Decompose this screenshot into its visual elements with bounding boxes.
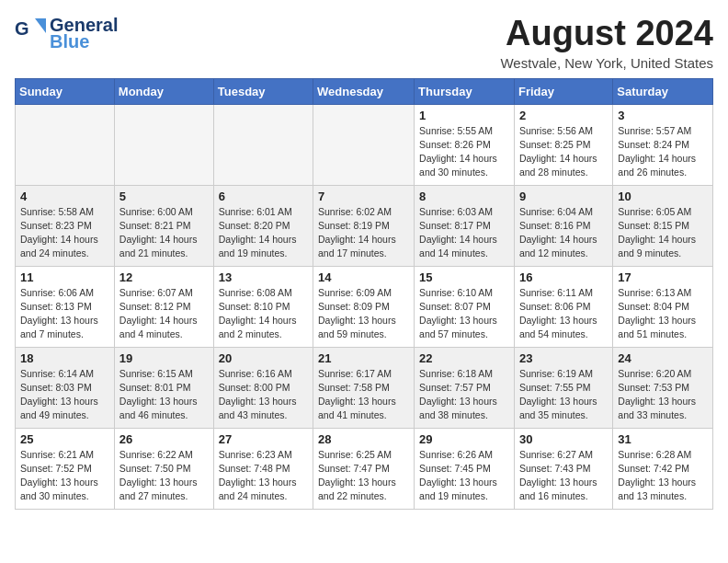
month-title: August 2024 (500, 15, 713, 53)
day-info: Sunrise: 6:07 AMSunset: 8:12 PMDaylight:… (119, 286, 209, 342)
day-info: Sunrise: 6:06 AMSunset: 8:13 PMDaylight:… (20, 286, 109, 342)
calendar-cell: 27Sunrise: 6:23 AMSunset: 7:48 PMDayligh… (213, 428, 313, 509)
day-info: Sunrise: 6:17 AMSunset: 7:58 PMDaylight:… (318, 367, 409, 423)
day-info: Sunrise: 6:02 AMSunset: 8:19 PMDaylight:… (318, 205, 409, 261)
location-title: Westvale, New York, United States (500, 55, 713, 71)
day-info: Sunrise: 6:00 AMSunset: 8:21 PMDaylight:… (119, 205, 209, 261)
day-info: Sunrise: 6:03 AMSunset: 8:17 PMDaylight:… (419, 205, 509, 261)
day-number: 16 (519, 270, 608, 284)
day-info: Sunrise: 6:05 AMSunset: 8:15 PMDaylight:… (618, 205, 708, 261)
calendar-header-row: Sunday Monday Tuesday Wednesday Thursday… (16, 78, 713, 104)
day-info: Sunrise: 6:21 AMSunset: 7:52 PMDaylight:… (20, 448, 109, 504)
logo-icon: G (15, 17, 48, 50)
day-info: Sunrise: 5:55 AMSunset: 8:26 PMDaylight:… (419, 124, 509, 180)
svg-text:G: G (15, 18, 29, 39)
calendar-cell (213, 104, 313, 185)
calendar-week-row: 25Sunrise: 6:21 AMSunset: 7:52 PMDayligh… (16, 428, 713, 509)
calendar-table: Sunday Monday Tuesday Wednesday Thursday… (15, 78, 713, 510)
day-number: 15 (419, 270, 509, 284)
calendar-cell: 1Sunrise: 5:55 AMSunset: 8:26 PMDaylight… (415, 104, 515, 185)
calendar-cell: 14Sunrise: 6:09 AMSunset: 8:09 PMDayligh… (313, 266, 415, 347)
day-number: 28 (318, 432, 409, 446)
calendar-cell: 28Sunrise: 6:25 AMSunset: 7:47 PMDayligh… (313, 428, 415, 509)
day-number: 22 (419, 351, 509, 365)
day-info: Sunrise: 6:26 AMSunset: 7:45 PMDaylight:… (419, 448, 509, 504)
day-info: Sunrise: 6:27 AMSunset: 7:43 PMDaylight:… (519, 448, 608, 504)
day-info: Sunrise: 5:56 AMSunset: 8:25 PMDaylight:… (519, 124, 608, 180)
day-info: Sunrise: 6:19 AMSunset: 7:55 PMDaylight:… (519, 367, 608, 423)
day-number: 5 (119, 190, 209, 203)
title-section: August 2024 Westvale, New York, United S… (500, 15, 713, 71)
day-info: Sunrise: 6:23 AMSunset: 7:48 PMDaylight:… (219, 448, 308, 504)
calendar-cell: 4Sunrise: 5:58 AMSunset: 8:23 PMDaylight… (16, 185, 115, 266)
calendar-cell: 13Sunrise: 6:08 AMSunset: 8:10 PMDayligh… (213, 266, 313, 347)
calendar-cell: 20Sunrise: 6:16 AMSunset: 8:00 PMDayligh… (213, 347, 313, 428)
day-number: 13 (219, 270, 308, 284)
day-number: 24 (618, 351, 708, 365)
day-number: 4 (20, 190, 109, 203)
calendar-cell: 15Sunrise: 6:10 AMSunset: 8:07 PMDayligh… (415, 266, 515, 347)
day-info: Sunrise: 6:16 AMSunset: 8:00 PMDaylight:… (219, 367, 308, 423)
day-number: 25 (20, 432, 109, 446)
day-info: Sunrise: 6:28 AMSunset: 7:42 PMDaylight:… (618, 448, 708, 504)
calendar-cell: 21Sunrise: 6:17 AMSunset: 7:58 PMDayligh… (313, 347, 415, 428)
col-wednesday: Wednesday (313, 78, 415, 104)
col-monday: Monday (114, 78, 213, 104)
day-info: Sunrise: 6:13 AMSunset: 8:04 PMDaylight:… (618, 286, 708, 342)
day-number: 9 (519, 190, 608, 203)
day-number: 20 (219, 351, 308, 365)
calendar-cell: 10Sunrise: 6:05 AMSunset: 8:15 PMDayligh… (613, 185, 713, 266)
day-number: 21 (318, 351, 409, 365)
calendar-cell: 18Sunrise: 6:14 AMSunset: 8:03 PMDayligh… (16, 347, 115, 428)
day-number: 17 (618, 270, 708, 284)
calendar-cell: 11Sunrise: 6:06 AMSunset: 8:13 PMDayligh… (16, 266, 115, 347)
calendar-cell: 3Sunrise: 5:57 AMSunset: 8:24 PMDaylight… (613, 104, 713, 185)
calendar-cell: 26Sunrise: 6:22 AMSunset: 7:50 PMDayligh… (114, 428, 213, 509)
calendar-cell: 22Sunrise: 6:18 AMSunset: 7:57 PMDayligh… (415, 347, 515, 428)
day-info: Sunrise: 6:11 AMSunset: 8:06 PMDaylight:… (519, 286, 608, 342)
page: G General Blue August 2024 Westvale, New… (0, 0, 728, 519)
day-number: 3 (618, 109, 708, 122)
calendar-cell (313, 104, 415, 185)
day-number: 27 (219, 432, 308, 446)
day-number: 11 (20, 270, 109, 284)
calendar-cell: 19Sunrise: 6:15 AMSunset: 8:01 PMDayligh… (114, 347, 213, 428)
day-number: 30 (519, 432, 608, 446)
day-info: Sunrise: 6:15 AMSunset: 8:01 PMDaylight:… (119, 367, 209, 423)
day-info: Sunrise: 6:20 AMSunset: 7:53 PMDaylight:… (618, 367, 708, 423)
logo-blue: Blue (50, 31, 118, 52)
calendar-cell: 8Sunrise: 6:03 AMSunset: 8:17 PMDaylight… (415, 185, 515, 266)
calendar-cell: 9Sunrise: 6:04 AMSunset: 8:16 PMDaylight… (514, 185, 612, 266)
col-friday: Friday (514, 78, 612, 104)
day-number: 14 (318, 270, 409, 284)
calendar-cell: 23Sunrise: 6:19 AMSunset: 7:55 PMDayligh… (514, 347, 612, 428)
day-number: 29 (419, 432, 509, 446)
day-number: 7 (318, 190, 409, 203)
day-number: 1 (419, 109, 509, 122)
day-info: Sunrise: 6:14 AMSunset: 8:03 PMDaylight:… (20, 367, 109, 423)
calendar-cell: 12Sunrise: 6:07 AMSunset: 8:12 PMDayligh… (114, 266, 213, 347)
calendar-cell (114, 104, 213, 185)
day-info: Sunrise: 6:09 AMSunset: 8:09 PMDaylight:… (318, 286, 409, 342)
day-info: Sunrise: 6:25 AMSunset: 7:47 PMDaylight:… (318, 448, 409, 504)
calendar-cell (16, 104, 115, 185)
logo: G General Blue (15, 15, 118, 52)
col-saturday: Saturday (613, 78, 713, 104)
day-info: Sunrise: 6:18 AMSunset: 7:57 PMDaylight:… (419, 367, 509, 423)
day-number: 18 (20, 351, 109, 365)
day-number: 26 (119, 432, 209, 446)
calendar-cell: 2Sunrise: 5:56 AMSunset: 8:25 PMDaylight… (514, 104, 612, 185)
col-thursday: Thursday (415, 78, 515, 104)
calendar-week-row: 4Sunrise: 5:58 AMSunset: 8:23 PMDaylight… (16, 185, 713, 266)
day-number: 10 (618, 190, 708, 203)
col-sunday: Sunday (16, 78, 115, 104)
day-info: Sunrise: 6:08 AMSunset: 8:10 PMDaylight:… (219, 286, 308, 342)
day-info: Sunrise: 5:58 AMSunset: 8:23 PMDaylight:… (20, 205, 109, 261)
calendar-cell: 17Sunrise: 6:13 AMSunset: 8:04 PMDayligh… (613, 266, 713, 347)
day-number: 19 (119, 351, 209, 365)
calendar-cell: 25Sunrise: 6:21 AMSunset: 7:52 PMDayligh… (16, 428, 115, 509)
calendar-cell: 29Sunrise: 6:26 AMSunset: 7:45 PMDayligh… (415, 428, 515, 509)
calendar-week-row: 1Sunrise: 5:55 AMSunset: 8:26 PMDaylight… (16, 104, 713, 185)
calendar-cell: 6Sunrise: 6:01 AMSunset: 8:20 PMDaylight… (213, 185, 313, 266)
day-info: Sunrise: 6:04 AMSunset: 8:16 PMDaylight:… (519, 205, 608, 261)
